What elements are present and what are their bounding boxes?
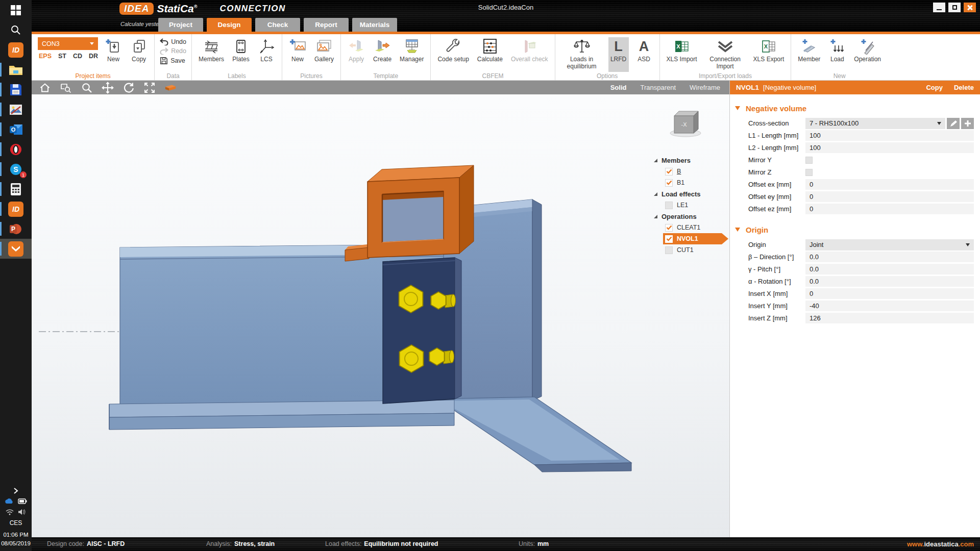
- zoom-window-button[interactable]: [60, 82, 72, 93]
- asd-button[interactable]: A ASD: [634, 37, 654, 72]
- new-member-button[interactable]: Member: [796, 37, 822, 72]
- xls-import-button[interactable]: X XLS Import: [665, 37, 699, 72]
- lrfd-button[interactable]: L LRFD: [608, 37, 629, 72]
- offset-ez-field[interactable]: 0: [805, 204, 974, 214]
- tab-project[interactable]: Project: [158, 18, 203, 32]
- tree-item-b1[interactable]: B1: [653, 177, 728, 188]
- website-link[interactable]: www.ideastatica.com: [907, 540, 974, 548]
- home-view-button[interactable]: [39, 82, 51, 93]
- checkbox-checked-icon[interactable]: [665, 235, 673, 243]
- alpha-rotation-field[interactable]: 0.0: [805, 276, 974, 287]
- checkbox-checked-icon[interactable]: [665, 179, 673, 187]
- section-origin[interactable]: Origin: [735, 223, 974, 236]
- mode-st[interactable]: ST: [58, 53, 66, 60]
- taskbar-skype[interactable]: S 1: [0, 159, 32, 179]
- create-template-button[interactable]: Create: [372, 37, 393, 72]
- cross-section-dropdown[interactable]: 7 - RHS100x100: [805, 118, 945, 129]
- view-cube[interactable]: -X: [668, 107, 705, 139]
- origin-dropdown[interactable]: Joint: [805, 239, 974, 251]
- add-cross-section-button[interactable]: [961, 118, 974, 129]
- taskbar-file-explorer[interactable]: [0, 60, 32, 80]
- tree-section-load-effects[interactable]: Load effects: [653, 188, 728, 199]
- delete-operation-button[interactable]: Delete: [954, 84, 974, 91]
- redo-button[interactable]: Redo: [160, 47, 186, 55]
- apply-template-button[interactable]: Apply: [346, 37, 366, 72]
- render-mode-solid[interactable]: Solid: [610, 84, 627, 91]
- close-button[interactable]: [964, 3, 976, 12]
- checkbox-checked-icon[interactable]: [665, 168, 673, 176]
- l1-length-field[interactable]: 100: [805, 130, 974, 141]
- gallery-button[interactable]: Gallery: [313, 37, 335, 72]
- code-setup-button[interactable]: Code setup: [436, 37, 470, 72]
- tab-materials[interactable]: Materials: [352, 18, 397, 32]
- tray-clock[interactable]: 01:06 PM 08/05/2019: [1, 531, 31, 548]
- save-button[interactable]: Save: [160, 57, 186, 65]
- rotate-button[interactable]: [122, 82, 135, 93]
- taskbar-idea-statica-2[interactable]: ID: [0, 199, 32, 219]
- tab-check[interactable]: Check: [255, 18, 300, 32]
- tree-section-operations[interactable]: Operations: [653, 211, 728, 222]
- offset-ey-field[interactable]: 0: [805, 191, 974, 202]
- gamma-pitch-field[interactable]: 0.0: [805, 264, 974, 274]
- taskbar-idea-statica[interactable]: ID: [0, 40, 32, 60]
- mode-eps[interactable]: EPS: [39, 53, 52, 60]
- lcs-button[interactable]: LCS: [256, 37, 277, 72]
- new-picture-button[interactable]: New: [287, 37, 308, 72]
- onedrive-icon[interactable]: [5, 498, 14, 505]
- insert-y-field[interactable]: -40: [805, 300, 974, 311]
- new-project-item-button[interactable]: New: [103, 37, 124, 72]
- pan-button[interactable]: [102, 82, 114, 93]
- connection-selector[interactable]: CON3: [38, 37, 98, 50]
- tree-item-le1[interactable]: LE1: [653, 199, 728, 211]
- tab-report[interactable]: Report: [304, 18, 349, 32]
- volume-icon[interactable]: [18, 509, 26, 515]
- new-operation-button[interactable]: Operation: [852, 37, 883, 72]
- taskbar-photos[interactable]: [0, 99, 32, 119]
- taskbar-calculator[interactable]: [0, 179, 32, 199]
- minimize-button[interactable]: [933, 3, 945, 12]
- taskbar-opera[interactable]: [0, 139, 32, 159]
- calculate-button[interactable]: Calculate: [476, 37, 504, 72]
- tree-section-members[interactable]: Members: [653, 155, 728, 166]
- tree-item-cut1[interactable]: CUT1: [653, 244, 728, 256]
- insert-z-field[interactable]: 126: [805, 313, 974, 323]
- edit-cross-section-button[interactable]: [947, 118, 960, 129]
- solid-brick-button[interactable]: [164, 82, 177, 93]
- overall-check-button[interactable]: Overall check: [509, 37, 550, 72]
- render-mode-transparent[interactable]: Transparent: [640, 84, 676, 91]
- taskbar-idea-connection-active[interactable]: [0, 239, 32, 259]
- mode-cd[interactable]: CD: [73, 53, 82, 60]
- checkbox-unchecked-icon[interactable]: [665, 246, 673, 254]
- taskbar-outlook[interactable]: O: [0, 119, 32, 139]
- taskbar-search[interactable]: [0, 20, 32, 40]
- zoom-fit-button[interactable]: [143, 82, 156, 93]
- plates-button[interactable]: Plates: [231, 37, 251, 72]
- template-manager-button[interactable]: Manager: [398, 37, 425, 72]
- beta-direction-field[interactable]: 0.0: [805, 252, 974, 262]
- new-load-button[interactable]: Load: [827, 37, 847, 72]
- offset-ex-field[interactable]: 0: [805, 179, 974, 190]
- xls-export-button[interactable]: X XLS Export: [752, 37, 786, 72]
- mirror-y-checkbox[interactable]: [805, 157, 813, 164]
- tree-item-nvol1-selected[interactable]: NVOL1: [663, 233, 728, 244]
- tree-item-b[interactable]: B: [653, 166, 728, 177]
- wifi-icon[interactable]: [6, 509, 14, 515]
- tray-language[interactable]: CES: [10, 519, 22, 527]
- insert-x-field[interactable]: 0: [805, 288, 974, 299]
- zoom-button[interactable]: [81, 82, 93, 93]
- maximize-button[interactable]: [948, 3, 961, 12]
- tree-item-cleat1[interactable]: CLEAT1: [653, 222, 728, 233]
- connection-import-button[interactable]: Connection Import: [704, 37, 747, 72]
- l2-length-field[interactable]: 100: [805, 142, 974, 153]
- battery-icon[interactable]: [18, 498, 27, 504]
- copy-project-item-button[interactable]: Copy: [129, 37, 149, 72]
- tray-expand[interactable]: [13, 487, 19, 494]
- tab-design[interactable]: Design: [207, 18, 252, 32]
- mirror-z-checkbox[interactable]: [805, 169, 813, 176]
- render-mode-wireframe[interactable]: Wireframe: [690, 84, 720, 91]
- loads-in-equilibrium-button[interactable]: Loads in equilibrium: [560, 37, 603, 72]
- negative-volume-rhs-tube[interactable]: [345, 165, 474, 261]
- taskbar-save-app[interactable]: [0, 80, 32, 99]
- taskbar-powerpoint[interactable]: P: [0, 219, 32, 239]
- checkbox-checked-icon[interactable]: [665, 224, 673, 232]
